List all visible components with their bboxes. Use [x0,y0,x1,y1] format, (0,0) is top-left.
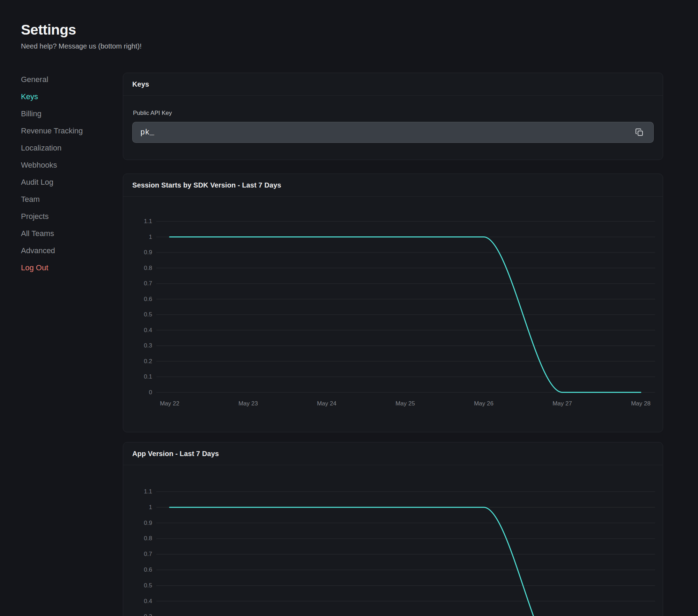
sidebar-item-audit-log[interactable]: Audit Log [21,174,53,191]
sidebar-item-revenue-tracking[interactable]: Revenue Tracking [21,122,83,139]
y-tick-label: 0.5 [128,581,152,590]
keys-card-body: Public API Key pk_ [123,96,663,160]
y-tick-label: 0.6 [128,295,152,303]
y-tick-label: 0.3 [128,342,152,350]
sidebar-item-billing[interactable]: Billing [21,105,42,122]
x-tick-label: May 27 [538,399,587,408]
app-version-chart: 1.110.90.80.70.60.50.40.30.20.10May 22Ma… [123,442,663,616]
sidebar-item-localization[interactable]: Localization [21,139,61,156]
public-api-key-label: Public API Key [133,110,172,117]
session-starts-chart: 1.110.90.80.70.60.50.40.30.20.10May 22Ma… [123,174,663,432]
chart-card-session-starts: Session Starts by SDK Version - Last 7 D… [123,174,663,432]
keys-card: Keys Public API Key pk_ [123,73,663,160]
x-tick-label: May 28 [616,399,665,408]
sidebar-item-general[interactable]: General [21,71,48,88]
sidebar-item-keys[interactable]: Keys [21,88,38,105]
sidebar-item-webhooks[interactable]: Webhooks [21,156,57,174]
x-tick-label: May 25 [381,399,430,408]
settings-nav: GeneralKeysBillingRevenue TrackingLocali… [21,71,112,276]
y-tick-label: 0.1 [128,373,152,381]
y-tick-label: 0.7 [128,279,152,288]
public-api-key-value: pk_ [140,128,154,137]
y-tick-label: 1 [128,233,152,241]
chart-plot [156,221,655,393]
chart-plot [156,492,655,616]
keys-card-header: Keys [123,73,663,96]
y-tick-label: 0.6 [128,566,152,574]
y-tick-label: 0.3 [128,613,152,616]
x-tick-label: May 24 [302,399,351,408]
y-tick-label: 1 [128,503,152,512]
y-tick-label: 1.1 [128,487,152,496]
x-tick-label: May 26 [459,399,508,408]
page-header: Settings Need help? Message us (bottom r… [21,21,142,51]
y-tick-label: 0 [128,388,152,397]
page-subtitle: Need help? Message us (bottom right)! [21,42,142,51]
y-tick-label: 0.5 [128,310,152,319]
y-tick-label: 0.8 [128,534,152,543]
sidebar-item-projects[interactable]: Projects [21,208,49,225]
sidebar-item-advanced[interactable]: Advanced [21,242,55,259]
page-title: Settings [21,21,142,38]
x-tick-label: May 23 [224,399,273,408]
sidebar-item-log-out[interactable]: Log Out [21,259,48,276]
y-tick-label: 0.9 [128,248,152,257]
y-tick-label: 0.9 [128,519,152,527]
y-tick-label: 1.1 [128,217,152,226]
y-tick-label: 0.2 [128,357,152,366]
sidebar-item-all-teams[interactable]: All Teams [21,225,54,242]
keys-card-title: Keys [132,80,149,88]
chart-card-app-version: App Version - Last 7 Days 1.110.90.80.70… [123,442,663,616]
y-tick-label: 0.8 [128,264,152,272]
public-api-key-field[interactable]: pk_ [132,122,654,143]
chart-line-app-version-share [170,507,641,616]
y-tick-label: 0.4 [128,326,152,335]
sidebar-item-team[interactable]: Team [21,191,40,208]
y-tick-label: 0.7 [128,550,152,558]
copy-icon[interactable] [634,127,644,137]
x-tick-label: May 22 [145,399,194,408]
y-tick-label: 0.4 [128,597,152,606]
